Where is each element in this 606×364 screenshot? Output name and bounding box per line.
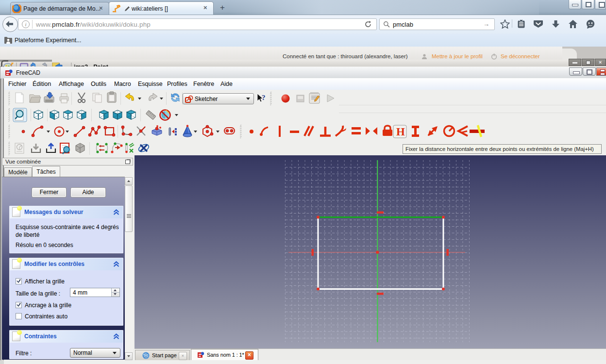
svg-text:H: H [396, 126, 405, 138]
